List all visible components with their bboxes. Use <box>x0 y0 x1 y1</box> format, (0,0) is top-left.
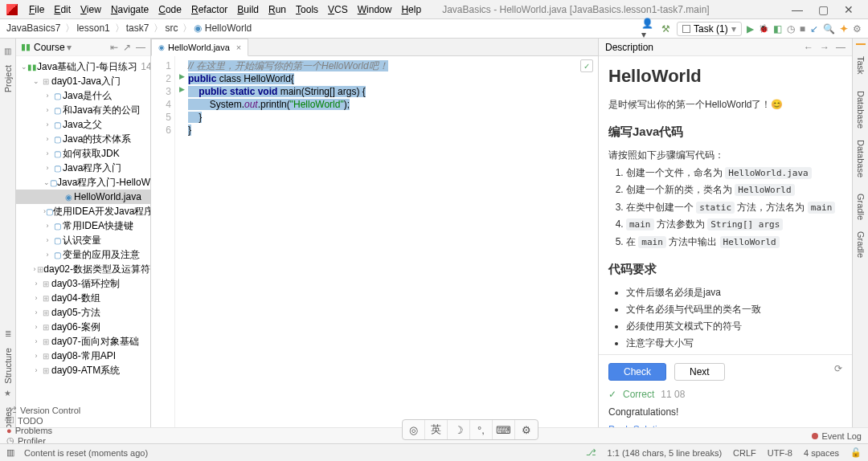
favorites-rail-icon: ★ <box>4 389 11 398</box>
add-button[interactable]: ✦ <box>840 23 848 35</box>
desc-hide-icon[interactable]: — <box>836 42 845 53</box>
tree-item[interactable]: ›⊞day04-数组 <box>16 291 150 305</box>
editor-tabs: ◉ HelloWorld.java × <box>151 39 598 56</box>
event-log-button[interactable]: Event Log <box>821 431 862 441</box>
course-dropdown[interactable]: ▾ <box>67 42 72 53</box>
tree-item[interactable]: ›▢和Java有关的公司 <box>16 103 150 117</box>
database-rail[interactable]: Database <box>856 91 866 129</box>
java-file-icon: ◉ <box>158 43 165 51</box>
tree-item[interactable]: ›⊞day02-数据类型及运算符 <box>16 262 150 276</box>
ime-button[interactable]: °, <box>470 420 493 439</box>
tree-item[interactable]: ›⊞day07-面向对象基础 <box>16 334 150 349</box>
caret-position[interactable]: 1:1 (148 chars, 5 line breaks) <box>608 448 722 458</box>
step-item: 创建一个新的类，类名为 HelloWorld <box>626 182 842 198</box>
next-button[interactable]: Next <box>674 363 725 381</box>
tree-item[interactable]: ›▢使用IDEA开发Java程序 <box>16 204 150 218</box>
stop-button[interactable]: ■ <box>800 23 805 35</box>
tree-item[interactable]: ◉HelloWorld.java <box>16 190 150 204</box>
ime-toolbar[interactable]: ◎英☽°,⌨⚙ <box>402 419 538 440</box>
debug-button[interactable]: 🐞 <box>759 24 768 33</box>
tree-item[interactable]: ⌄▮▮Java基础入门-每日练习14/109 <box>16 59 150 74</box>
tree-item[interactable]: ›⊞day06-案例 <box>16 320 150 334</box>
tree-item[interactable]: ›▢如何获取JDK <box>16 146 150 161</box>
menu-view[interactable]: View <box>80 4 101 15</box>
menu-vcs[interactable]: VCS <box>328 4 348 15</box>
menu-help[interactable]: Help <box>401 4 421 15</box>
close-tab-icon[interactable]: × <box>236 43 241 52</box>
expand-icon[interactable]: ↗ <box>123 42 131 53</box>
course-tree[interactable]: ⌄▮▮Java基础入门-每日练习14/109⌄⊞day01-Java入门›▢Ja… <box>16 56 150 443</box>
course-icon: ▮▮ <box>21 42 31 52</box>
readonly-lock-icon[interactable]: 🔓 <box>850 447 862 458</box>
update-button[interactable]: ↙ <box>810 23 818 35</box>
run-gutter[interactable]: ▶▶ <box>175 56 188 443</box>
task-rail[interactable]: Task <box>856 56 866 75</box>
ime-button[interactable]: ⚙ <box>515 420 538 439</box>
tool-problems[interactable]: ●Problems <box>6 426 80 435</box>
tree-item[interactable]: ›▢Java程序入门 <box>16 161 150 175</box>
line-separator[interactable]: CRLF <box>733 448 756 458</box>
tool-version-control[interactable]: ⎇Version Control <box>6 405 80 415</box>
close-button[interactable]: ✕ <box>836 3 862 16</box>
tree-item[interactable]: ⌄⊞day01-Java入门 <box>16 74 150 88</box>
refresh-icon[interactable]: ⟳ <box>834 363 842 381</box>
tool-todo[interactable]: ☑TODO <box>6 415 80 426</box>
breadcrumb-item[interactable]: src <box>165 22 178 34</box>
maximize-button[interactable]: ▢ <box>810 3 836 16</box>
hide-icon[interactable]: — <box>136 42 145 53</box>
menu-window[interactable]: Window <box>358 4 392 15</box>
indent-setting[interactable]: 4 spaces <box>804 448 839 458</box>
menu-tools[interactable]: Tools <box>296 4 318 15</box>
minimize-button[interactable]: — <box>784 3 810 16</box>
run-config-selector[interactable]: Task (1)▾ <box>677 22 742 36</box>
tree-item[interactable]: ›⊞day09-ATM系统 <box>16 363 150 377</box>
gradle-rail[interactable]: Gradle <box>856 194 866 220</box>
ime-button[interactable]: ◎ <box>403 420 425 439</box>
menu-build[interactable]: Build <box>237 4 259 15</box>
collapse-all-icon[interactable]: ⇤ <box>110 42 118 53</box>
menu-code[interactable]: Code <box>158 4 182 15</box>
tree-item[interactable]: ›▢变量的应用及注意 <box>16 247 150 262</box>
user-icon[interactable]: 👤▾ <box>641 22 654 35</box>
settings-icon[interactable]: ⚙ <box>853 23 862 35</box>
menu-refactor[interactable]: Refactor <box>191 4 227 15</box>
coverage-button[interactable]: ◧ <box>773 23 782 35</box>
hammer-icon[interactable]: ⚒ <box>659 22 672 35</box>
breadcrumb-item[interactable]: JavaBasics7 <box>6 22 60 34</box>
check-button[interactable]: Check <box>608 363 666 381</box>
menu-file[interactable]: File <box>29 4 44 15</box>
file-encoding[interactable]: UTF-8 <box>768 448 792 458</box>
tree-item[interactable]: ›▢认识变量 <box>16 233 150 247</box>
nav-back-icon[interactable]: ← <box>804 42 813 53</box>
tree-item[interactable]: ›⊞day03-循环控制 <box>16 276 150 291</box>
tree-item[interactable]: ⌄▢Java程序入门-HelloWorld <box>16 175 150 190</box>
menu-edit[interactable]: Edit <box>54 4 71 15</box>
profile-button[interactable]: ◷ <box>787 23 795 35</box>
project-rail[interactable]: Project <box>3 65 13 92</box>
tree-item[interactable]: ›▢常用IDEA快捷键 <box>16 218 150 233</box>
ime-button[interactable]: ⌨ <box>493 420 515 439</box>
breadcrumb-item[interactable]: lesson1 <box>76 22 109 34</box>
ime-button[interactable]: 英 <box>425 420 448 439</box>
nav-fwd-icon[interactable]: → <box>820 42 829 53</box>
code-editor[interactable]: 123456 ▶▶ // 在这里，开始编写你的第一个HelloWorld吧！pu… <box>151 56 598 443</box>
menu-navigate[interactable]: Navigate <box>111 4 149 15</box>
menu-run[interactable]: Run <box>268 4 286 15</box>
ime-button[interactable]: ☽ <box>448 420 470 439</box>
status-message: Content is reset (moments ago) <box>24 448 148 458</box>
search-icon[interactable]: 🔍 <box>823 23 835 35</box>
structure-rail[interactable]: Structure <box>3 348 13 384</box>
breadcrumb-item[interactable]: ◉ HelloWorld <box>194 22 252 34</box>
status-text: Correct <box>623 389 654 400</box>
inspection-badge[interactable]: ✓ <box>580 59 593 72</box>
git-branch-icon[interactable]: ⎇ <box>586 447 596 458</box>
editor-tab-helloworld[interactable]: ◉ HelloWorld.java × <box>151 39 248 56</box>
tree-item[interactable]: ›▢Java的技术体系 <box>16 132 150 146</box>
tree-item[interactable]: ›▢Java之父 <box>16 117 150 132</box>
tree-item[interactable]: ›▢Java是什么 <box>16 88 150 103</box>
tree-item[interactable]: ›⊞day08-常用API <box>16 349 150 363</box>
status-tray-icon[interactable]: ▥ <box>6 447 14 458</box>
breadcrumb-item[interactable]: task7 <box>126 22 149 34</box>
tree-item[interactable]: ›⊞day05-方法 <box>16 305 150 320</box>
run-button[interactable]: ▶ <box>747 23 754 35</box>
